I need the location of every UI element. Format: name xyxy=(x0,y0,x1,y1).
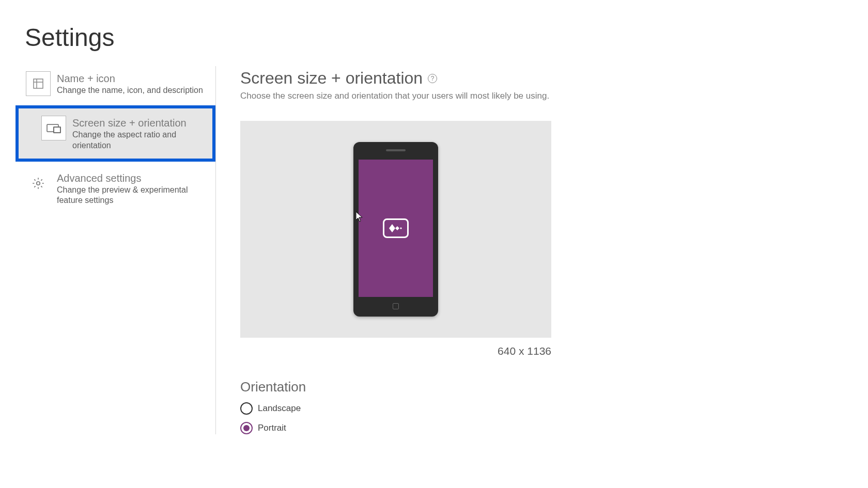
radio-dot xyxy=(243,425,250,431)
phone-home-button xyxy=(393,303,399,309)
settings-container: Name + icon Change the name, icon, and d… xyxy=(0,66,868,434)
svg-point-5 xyxy=(37,181,40,185)
sidebar-item-screen-size[interactable]: Screen size + orientation Change the asp… xyxy=(16,105,215,162)
sidebar-item-text: Advanced settings Change the preview & e… xyxy=(57,171,210,207)
sidebar-item-title: Name + icon xyxy=(57,72,203,85)
orientation-title: Orientation xyxy=(240,379,551,395)
advanced-settings-icon xyxy=(26,171,51,196)
radio-label: Landscape xyxy=(258,403,301,414)
help-icon[interactable]: ? xyxy=(428,74,437,83)
radio-label: Portrait xyxy=(258,423,286,433)
section-title-text: Screen size + orientation xyxy=(240,69,423,88)
phone-mockup xyxy=(353,142,438,317)
sidebar: Name + icon Change the name, icon, and d… xyxy=(0,66,216,434)
section-title: Screen size + orientation ? xyxy=(240,69,551,88)
phone-screen xyxy=(359,160,433,297)
orientation-portrait[interactable]: Portrait xyxy=(240,422,551,434)
svg-rect-0 xyxy=(34,79,43,88)
name-icon-icon xyxy=(26,71,51,96)
phone-speaker xyxy=(386,149,406,151)
radio-checked-icon xyxy=(240,422,253,434)
radio-unchecked-icon xyxy=(240,402,253,415)
powerapps-icon xyxy=(383,218,409,238)
sidebar-item-name-icon[interactable]: Name + icon Change the name, icon, and d… xyxy=(0,66,215,101)
page-title: Settings xyxy=(0,0,868,52)
section-desc: Choose the screen size and orientation t… xyxy=(240,91,551,101)
sidebar-item-desc: Change the aspect ratio and orientation xyxy=(72,130,207,151)
main-content: Screen size + orientation ? Choose the s… xyxy=(216,66,551,434)
orientation-landscape[interactable]: Landscape xyxy=(240,402,551,415)
sidebar-item-desc: Change the preview & experimental featur… xyxy=(57,185,210,207)
dimensions-label: 640 x 1136 xyxy=(240,345,551,357)
sidebar-item-title: Advanced settings xyxy=(57,172,210,184)
sidebar-item-text: Screen size + orientation Change the asp… xyxy=(72,116,207,151)
sidebar-item-advanced[interactable]: Advanced settings Change the preview & e… xyxy=(0,166,215,212)
sidebar-item-desc: Change the name, icon, and description xyxy=(57,85,203,96)
screen-size-icon xyxy=(41,116,66,140)
screen-preview xyxy=(240,121,551,338)
sidebar-item-title: Screen size + orientation xyxy=(72,117,207,129)
sidebar-item-text: Name + icon Change the name, icon, and d… xyxy=(57,71,203,96)
